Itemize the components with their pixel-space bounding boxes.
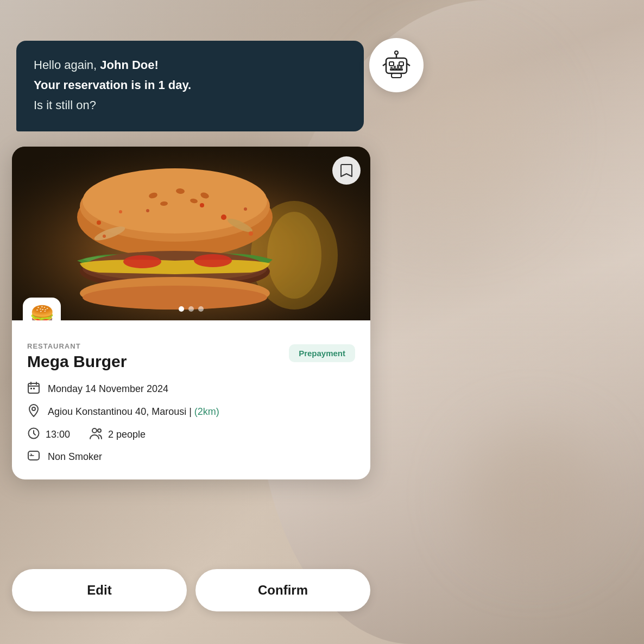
burger-image-svg xyxy=(12,147,370,320)
dot-1 xyxy=(179,306,184,312)
svg-point-35 xyxy=(119,210,122,213)
svg-point-41 xyxy=(146,209,149,212)
svg-point-36 xyxy=(221,214,226,220)
confirm-button[interactable]: Confirm xyxy=(195,569,370,611)
time-sub: 13:00 xyxy=(27,427,70,442)
dot-3 xyxy=(198,306,204,312)
chat-line-1: Hello again, John Doe! xyxy=(34,56,346,74)
svg-rect-10 xyxy=(394,66,396,70)
prepayment-badge: Prepayment xyxy=(289,344,355,362)
location-icon xyxy=(27,404,40,420)
smoke-row: Non Smoker xyxy=(27,450,355,464)
reservation-card: 🍔 RESTAURANT Mega Burger Prepayment xyxy=(12,147,370,479)
location-row: Agiou Konstantinou 40, Marousi | (2km) xyxy=(27,404,355,420)
calendar-icon xyxy=(27,382,40,396)
card-content: RESTAURANT Mega Burger Prepayment xyxy=(12,320,370,479)
svg-point-47 xyxy=(32,407,35,411)
clock-icon xyxy=(27,427,40,442)
svg-point-37 xyxy=(244,207,247,211)
people-sub: 2 people xyxy=(90,427,146,442)
date-row: Monday 14 November 2024 xyxy=(27,382,355,396)
restaurant-category: RESTAURANT xyxy=(27,342,127,350)
svg-point-49 xyxy=(92,428,97,433)
smoke-icon xyxy=(27,450,40,464)
svg-point-16 xyxy=(267,212,321,299)
action-buttons: Edit Confirm xyxy=(12,569,370,611)
burger-emoji-badge: 🍔 xyxy=(23,298,61,320)
restaurant-info: RESTAURANT Mega Burger xyxy=(27,342,127,371)
address-text: Agiou Konstantinou 40, Marousi | (2km) xyxy=(48,406,219,418)
time-people-row: 13:00 2 people xyxy=(27,427,355,442)
smoke-text: Non Smoker xyxy=(48,451,102,463)
card-image: 🍔 xyxy=(12,147,370,320)
svg-rect-12 xyxy=(400,66,402,70)
svg-point-50 xyxy=(98,429,101,432)
svg-point-38 xyxy=(103,235,106,238)
bookmark-button[interactable] xyxy=(332,156,361,185)
restaurant-name: Mega Burger xyxy=(27,352,127,371)
svg-point-5 xyxy=(395,51,398,54)
chat-bubble: Hello again, John Doe! Your reservation … xyxy=(16,41,364,131)
svg-rect-1 xyxy=(389,62,394,66)
svg-point-31 xyxy=(194,254,232,267)
dot-2 xyxy=(188,306,194,312)
robot-avatar xyxy=(369,38,424,92)
svg-point-34 xyxy=(97,220,101,225)
svg-rect-9 xyxy=(390,67,393,70)
svg-point-30 xyxy=(123,255,161,268)
card-header: RESTAURANT Mega Burger Prepayment xyxy=(27,342,355,371)
time-text: 13:00 xyxy=(46,429,70,440)
info-rows: Monday 14 November 2024 Agiou Konstantin… xyxy=(27,382,355,464)
chat-line-3: Is it still on? xyxy=(34,96,346,114)
svg-point-40 xyxy=(200,203,204,207)
svg-rect-46 xyxy=(33,388,35,389)
svg-rect-11 xyxy=(397,65,399,70)
people-icon xyxy=(90,427,103,442)
robot-icon xyxy=(381,49,412,81)
people-text: 2 people xyxy=(108,429,146,440)
svg-rect-45 xyxy=(30,388,32,389)
image-dots xyxy=(179,306,204,312)
edit-button[interactable]: Edit xyxy=(12,569,187,611)
svg-point-33 xyxy=(83,286,267,310)
date-text: Monday 14 November 2024 xyxy=(48,383,168,395)
svg-point-39 xyxy=(249,231,253,236)
bookmark-icon xyxy=(340,163,352,178)
chat-line-2: Your reservation is in 1 day. xyxy=(34,76,346,94)
svg-rect-2 xyxy=(399,62,403,66)
